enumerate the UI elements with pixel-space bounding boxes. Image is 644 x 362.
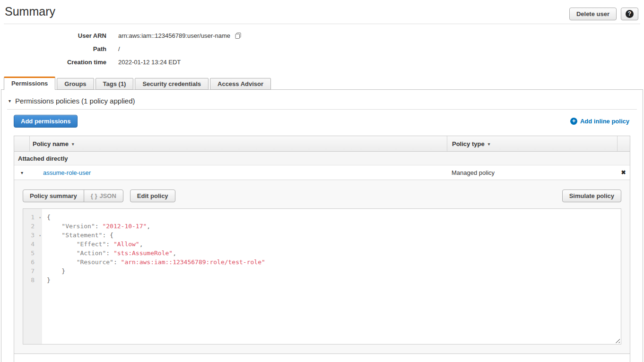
expand-column-header xyxy=(14,136,30,151)
sort-caret-icon: ▾ xyxy=(488,142,490,147)
info-row-path: Path / xyxy=(0,45,644,53)
creation-time-label: Creation time xyxy=(0,58,118,66)
policy-name-header-label: Policy name xyxy=(33,140,69,147)
code-line: } xyxy=(47,276,265,284)
info-row-user-arn: User ARN arn:aws:iam::123456789:user/use… xyxy=(0,32,644,40)
permissions-policies-title: Permissions policies (1 policy applied) xyxy=(15,97,135,105)
code-line: } xyxy=(47,267,265,276)
tab-permissions[interactable]: Permissions xyxy=(4,77,55,90)
policy-name-link[interactable]: assume-role-user xyxy=(43,169,91,176)
policy-summary-button[interactable]: Policy summary xyxy=(23,190,84,202)
code-line: "Effect": "Allow", xyxy=(47,240,265,249)
creation-time-value: 2022-01-12 13:24 EDT xyxy=(118,58,181,66)
tab-security-credentials[interactable]: Security credentials xyxy=(135,78,209,90)
actions-column-header xyxy=(617,136,630,151)
policy-type-column-header[interactable]: Policy type ▾ xyxy=(447,136,617,151)
sort-caret-icon: ▾ xyxy=(72,142,74,147)
page-header: Summary Delete user ? xyxy=(0,0,644,20)
json-view-button[interactable]: { } JSON xyxy=(84,190,123,202)
permissions-policies-section-header[interactable]: ▾ Permissions policies (1 policy applied… xyxy=(1,90,643,105)
edit-policy-button[interactable]: Edit policy xyxy=(130,190,175,202)
detach-policy-icon[interactable]: ✖ xyxy=(617,169,630,176)
row-expand-caret-icon[interactable]: ▾ xyxy=(14,170,30,175)
path-value: / xyxy=(118,45,120,53)
code-line: { xyxy=(47,213,265,222)
policy-table-row: ▾ assume-role-user Managed policy ✖ xyxy=(14,165,630,180)
header-actions: Delete user ? xyxy=(569,8,638,20)
line-number: 6 xyxy=(23,258,42,267)
line-number: 3▾ xyxy=(23,231,42,240)
policy-detail-panel: Policy summary { } JSON Edit policy Simu… xyxy=(14,180,630,354)
add-permissions-button[interactable]: Add permissions xyxy=(14,115,78,128)
editor-resize-handle-icon[interactable] xyxy=(614,337,620,343)
code-line: "Action": "sts:AssumeRole", xyxy=(47,249,265,258)
page-title: Summary xyxy=(5,5,55,18)
policy-actions-row: Add permissions + Add inline policy xyxy=(14,115,629,128)
editor-code-area: { "Version": "2012-10-17", "Statement": … xyxy=(42,209,265,344)
json-button-label: JSON xyxy=(99,192,116,199)
permissions-tab-panel: ▾ Permissions policies (1 policy applied… xyxy=(1,89,643,362)
line-number: 7 xyxy=(23,267,42,276)
user-info: User ARN arn:aws:iam::123456789:user/use… xyxy=(0,32,644,66)
copy-icon[interactable] xyxy=(235,32,242,39)
line-number: 4 xyxy=(23,240,42,249)
policy-type-header-label: Policy type xyxy=(452,140,485,147)
policy-table: Policy name ▾ Policy type ▾ Attached dir… xyxy=(14,136,630,362)
add-inline-policy-link[interactable]: + Add inline policy xyxy=(570,118,629,125)
delete-user-button[interactable]: Delete user xyxy=(569,8,617,20)
fold-caret-icon[interactable]: ▾ xyxy=(39,231,41,240)
code-line: "Statement": { xyxy=(47,231,265,240)
help-icon: ? xyxy=(626,10,634,18)
line-number: 8 xyxy=(23,276,42,284)
policy-detail-toolbar: Policy summary { } JSON Edit policy Simu… xyxy=(23,190,621,202)
json-code-editor[interactable]: 1▾23▾45678 { "Version": "2012-10-17", "S… xyxy=(23,208,621,345)
code-line: "Version": "2012-10-17", xyxy=(47,222,265,231)
policy-table-header: Policy name ▾ Policy type ▾ xyxy=(14,136,630,152)
tab-access-advisor[interactable]: Access Advisor xyxy=(210,78,271,90)
section-divider xyxy=(7,109,637,110)
section-collapse-caret-icon: ▾ xyxy=(9,98,11,103)
policy-view-toggle-group: Policy summary { } JSON xyxy=(23,190,123,202)
help-button[interactable]: ? xyxy=(621,8,638,20)
policy-type-cell: Managed policy xyxy=(447,169,617,176)
editor-line-number-gutter: 1▾23▾45678 xyxy=(23,209,42,344)
path-label: Path xyxy=(0,45,118,53)
info-row-creation-time: Creation time 2022-01-12 13:24 EDT xyxy=(0,58,644,66)
user-arn-label: User ARN xyxy=(0,32,118,40)
code-line: "Resource": "arn:aws:iam::123456789:role… xyxy=(47,258,265,267)
line-number: 5 xyxy=(23,249,42,258)
header-divider xyxy=(4,24,640,24)
tab-bar: PermissionsGroupsTags (1)Security creden… xyxy=(4,77,272,90)
line-number: 2 xyxy=(23,222,42,231)
tab-tags-1[interactable]: Tags (1) xyxy=(96,78,134,90)
policy-name-cell: assume-role-user xyxy=(30,169,447,176)
user-arn-value: arn:aws:iam::123456789:user/user-name xyxy=(118,32,242,40)
tab-groups[interactable]: Groups xyxy=(57,78,94,90)
attached-directly-group-row: Attached directly xyxy=(14,152,630,165)
fold-caret-icon[interactable]: ▾ xyxy=(39,213,41,222)
line-number: 1▾ xyxy=(23,213,42,222)
simulate-policy-button[interactable]: Simulate policy xyxy=(562,190,621,202)
policy-name-column-header[interactable]: Policy name ▾ xyxy=(30,136,447,151)
add-inline-policy-label: Add inline policy xyxy=(580,118,629,125)
plus-circle-icon: + xyxy=(570,118,577,125)
braces-icon: { } xyxy=(91,192,97,199)
